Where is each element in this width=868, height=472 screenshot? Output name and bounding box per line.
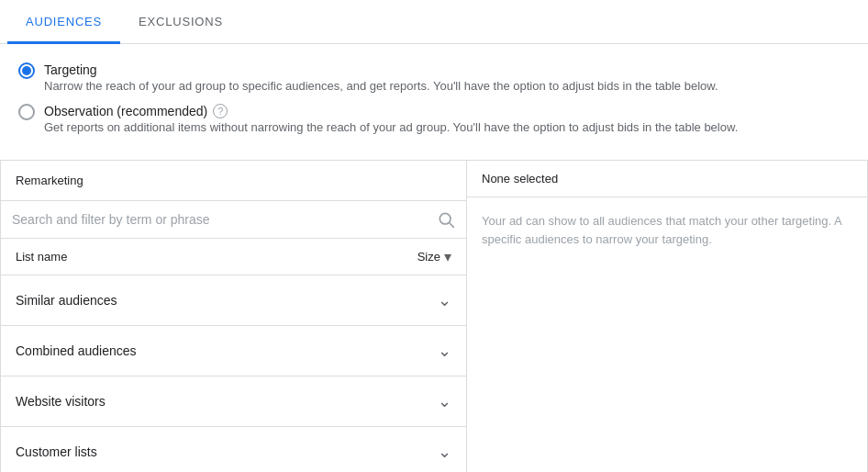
- col-list-name: List name: [16, 250, 417, 264]
- col-size-header[interactable]: Size ▾: [417, 248, 451, 265]
- observation-option[interactable]: Observation (recommended) ? Get reports …: [18, 104, 850, 134]
- list-item-combined-audiences[interactable]: Combined audiences ⌄: [1, 326, 466, 376]
- search-input[interactable]: [12, 212, 429, 227]
- svg-line-1: [450, 223, 454, 228]
- observation-label: Observation (recommended) ?: [44, 104, 738, 118]
- observation-help-icon[interactable]: ?: [213, 104, 228, 118]
- audience-list: Similar audiences ⌄ Combined audiences ⌄…: [1, 275, 466, 472]
- combined-audiences-chevron-icon: ⌄: [438, 341, 451, 361]
- tab-audiences[interactable]: AUDIENCES: [7, 0, 120, 44]
- observation-label-text: Observation (recommended): [44, 104, 207, 118]
- right-panel-hint: Your ad can show to all audiences that m…: [467, 197, 867, 263]
- tabs-container: AUDIENCES EXCLUSIONS: [0, 0, 868, 44]
- observation-radio[interactable]: [18, 104, 35, 120]
- tab-exclusions[interactable]: EXCLUSIONS: [120, 0, 241, 44]
- left-panel-header: Remarketing: [1, 161, 466, 201]
- targeting-description: Narrow the reach of your ad group to spe…: [44, 79, 718, 93]
- column-headers: List name Size ▾: [1, 239, 466, 275]
- list-item-customer-lists[interactable]: Customer lists ⌄: [1, 427, 466, 472]
- col-size-chevron-icon: ▾: [444, 248, 451, 265]
- targeting-option[interactable]: Targeting Narrow the reach of your ad gr…: [18, 62, 850, 93]
- col-size-label: Size: [417, 250, 440, 264]
- targeting-label: Targeting: [44, 62, 718, 77]
- panels-container: Remarketing List name Size ▾ Similar aud…: [0, 160, 868, 472]
- observation-description: Get reports on additional items without …: [44, 120, 738, 134]
- list-item-website-visitors[interactable]: Website visitors ⌄: [1, 376, 466, 427]
- customer-lists-chevron-icon: ⌄: [438, 442, 451, 462]
- similar-audiences-label: Similar audiences: [16, 293, 117, 308]
- right-panel: None selected Your ad can show to all au…: [467, 161, 867, 472]
- targeting-radio-dot: [22, 66, 31, 75]
- right-panel-header: None selected: [467, 161, 867, 197]
- targeting-label-text: Targeting: [44, 62, 97, 77]
- customer-lists-label: Customer lists: [16, 444, 97, 459]
- combined-audiences-label: Combined audiences: [16, 343, 137, 358]
- radio-section: Targeting Narrow the reach of your ad gr…: [0, 44, 868, 160]
- search-bar: [1, 201, 466, 239]
- search-icon: [437, 210, 455, 229]
- list-item-similar-audiences[interactable]: Similar audiences ⌄: [1, 275, 466, 326]
- left-panel: Remarketing List name Size ▾ Similar aud…: [1, 161, 467, 472]
- website-visitors-chevron-icon: ⌄: [438, 391, 451, 411]
- targeting-radio[interactable]: [18, 62, 35, 79]
- similar-audiences-chevron-icon: ⌄: [438, 290, 451, 310]
- website-visitors-label: Website visitors: [16, 394, 106, 409]
